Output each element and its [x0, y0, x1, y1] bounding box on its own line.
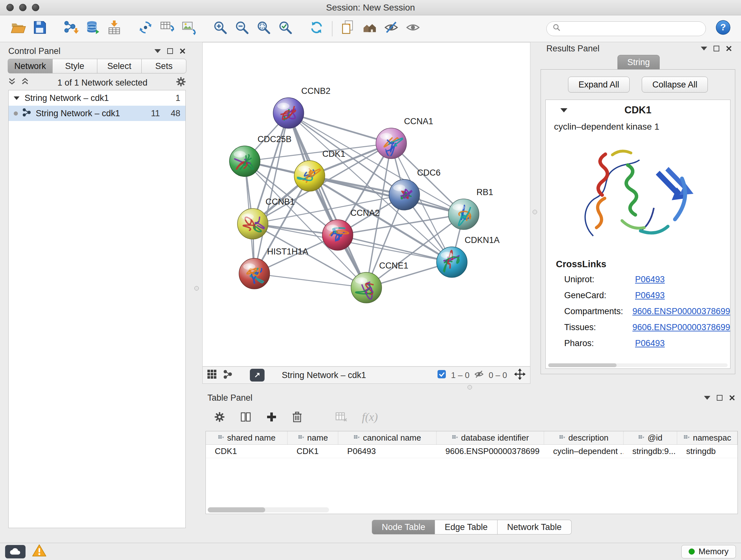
results-horizontal-scrollbar[interactable]	[548, 363, 728, 367]
collapse-gene-icon[interactable]	[560, 108, 567, 112]
open-session-button[interactable]	[7, 18, 29, 40]
network-node-RB1[interactable]: RB1	[448, 187, 493, 230]
crosslink-link[interactable]: P06493	[635, 274, 665, 285]
help-button[interactable]: ?	[712, 18, 734, 40]
column-header-label: namespac	[693, 433, 731, 443]
save-session-button[interactable]	[29, 18, 51, 40]
column-header-description[interactable]: description	[544, 431, 623, 444]
node-label: CCNE1	[379, 261, 408, 270]
tab-network-table[interactable]: Network Table	[497, 520, 571, 535]
tab-string[interactable]: String	[617, 55, 660, 70]
column-sort-icon	[638, 433, 644, 443]
table-cell: stringdb:9...	[623, 445, 677, 458]
minimize-window-button[interactable]	[19, 4, 26, 11]
panel-close-icon[interactable]	[726, 45, 732, 52]
crosslink-row: Uniprot:P06493	[564, 274, 730, 285]
panel-float-icon[interactable]	[717, 395, 723, 401]
table-row[interactable]: CDK1CDK1P064939606.ENSP00000378699cyclin…	[206, 445, 738, 458]
panel-menu-icon[interactable]	[154, 49, 161, 53]
bottom-splitter-handle[interactable]	[468, 385, 472, 389]
network-node-CDKN1A[interactable]: CDKN1A	[436, 235, 500, 277]
import-table-icon	[106, 19, 122, 38]
refresh-view-button[interactable]	[306, 18, 327, 40]
network-label: String Network – cdk1	[36, 109, 120, 118]
network-canvas[interactable]: CCNB2CCNA1CDC25BCDK1CDC6RB1CCNB1CCNA2CDK…	[202, 42, 530, 367]
collapse-all-icon[interactable]	[8, 77, 16, 88]
table-settings-gear-icon[interactable]	[214, 411, 225, 423]
network-node-CCNE1[interactable]: CCNE1	[351, 261, 408, 303]
zoom-out-button[interactable]	[231, 18, 253, 40]
column-header-name[interactable]: name	[287, 431, 338, 444]
crosslink-link[interactable]: P06493	[635, 291, 665, 300]
tab-select[interactable]: Select	[97, 59, 142, 73]
tab-sets[interactable]: Sets	[141, 59, 186, 73]
delete-column-trash-icon[interactable]	[292, 411, 302, 423]
collapse-all-button[interactable]: Collapse All	[642, 77, 708, 92]
column-header-database-identifier[interactable]: database identifier	[436, 431, 544, 444]
table-tools-button[interactable]	[156, 18, 178, 40]
network-edge	[288, 113, 391, 143]
network-list: String Network – cdk11String Network – c…	[8, 90, 186, 528]
table-panel-title: Table Panel	[207, 393, 253, 403]
panel-menu-icon[interactable]	[701, 47, 707, 51]
panel-close-icon[interactable]	[729, 395, 735, 401]
cloud-button[interactable]	[5, 545, 25, 558]
scrollbar-thumb[interactable]	[208, 507, 265, 512]
network-tools-button[interactable]	[135, 18, 156, 40]
panel-float-icon[interactable]	[714, 46, 719, 51]
network-row[interactable]: String Network – cdk11148	[9, 106, 185, 121]
right-splitter-handle[interactable]	[533, 210, 537, 214]
expand-all-icon[interactable]	[21, 77, 29, 88]
column-header-namespac[interactable]: namespac	[677, 431, 738, 444]
import-network-from-file-button[interactable]	[60, 18, 82, 40]
add-column-icon[interactable]	[266, 412, 277, 422]
home-button[interactable]	[359, 18, 381, 40]
tab-network[interactable]: Network	[8, 59, 52, 73]
hidden-eye-icon[interactable]	[474, 369, 484, 381]
selected-checkbox-icon[interactable]	[437, 369, 447, 381]
memory-button[interactable]: Memory	[681, 545, 736, 558]
left-splitter-handle[interactable]	[194, 286, 199, 291]
zoom-in-button[interactable]	[209, 18, 231, 40]
gear-icon[interactable]	[176, 76, 186, 89]
detach-view-button[interactable]	[250, 369, 265, 381]
column-header-canonical-name[interactable]: canonical name	[338, 431, 436, 444]
network-overview-icon[interactable]	[223, 369, 232, 381]
tab-style[interactable]: Style	[52, 59, 97, 73]
tab-node-table[interactable]: Node Table	[372, 520, 435, 535]
export-image-button[interactable]	[178, 18, 200, 40]
paste-annotation-button[interactable]	[337, 18, 359, 40]
column-header-label: name	[307, 433, 328, 443]
panel-float-icon[interactable]	[167, 48, 173, 54]
search-input[interactable]	[564, 23, 700, 34]
zoom-selected-button[interactable]	[274, 18, 296, 40]
network-node-HIST1H1A[interactable]: HIST1H1A	[239, 247, 308, 289]
show-all-button[interactable]	[402, 18, 424, 40]
hide-selected-button[interactable]	[381, 18, 402, 40]
warning-icon[interactable]	[32, 544, 47, 559]
network-view-toolbar: String Network – cdk1 1 – 0 0 – 0	[202, 367, 530, 384]
zoom-fit-button[interactable]	[253, 18, 274, 40]
panel-menu-icon[interactable]	[704, 396, 711, 400]
tab-edge-table[interactable]: Edge Table	[435, 520, 497, 535]
column-header-@id[interactable]: @id	[623, 431, 677, 444]
column-sort-icon	[218, 433, 224, 443]
column-header-shared-name[interactable]: shared name	[206, 431, 287, 444]
import-table-from-file-button[interactable]	[104, 18, 125, 40]
grid-view-icon[interactable]	[207, 369, 217, 381]
zoom-window-button[interactable]	[32, 4, 39, 11]
crosslink-link[interactable]: 9606.ENSP00000378699	[632, 307, 730, 316]
collection-disclosure-icon[interactable]	[14, 97, 19, 100]
network-node-CCNA1[interactable]: CCNA1	[376, 117, 433, 159]
network-collection-row[interactable]: String Network – cdk11	[9, 90, 185, 106]
show-columns-icon[interactable]	[240, 411, 252, 423]
close-window-button[interactable]	[6, 4, 14, 11]
crosslink-link[interactable]: P06493	[635, 338, 665, 348]
import-network-from-database-button[interactable]	[82, 18, 104, 40]
scrollbar-thumb[interactable]	[548, 363, 616, 367]
table-horizontal-scrollbar[interactable]	[208, 507, 329, 512]
expand-all-button[interactable]: Expand All	[568, 77, 630, 92]
crosslink-link[interactable]: 9606.ENSP00000378699	[632, 322, 730, 332]
panel-close-icon[interactable]	[179, 48, 186, 54]
pan-crosshair-icon[interactable]	[514, 368, 526, 382]
